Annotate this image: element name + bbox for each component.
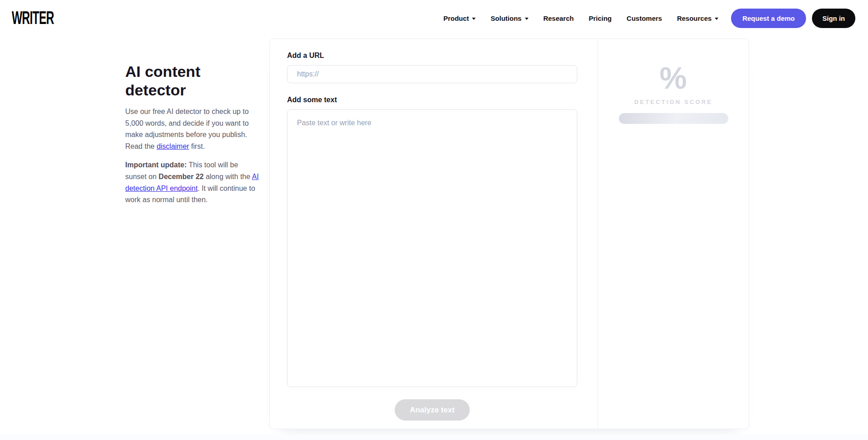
update-text: along with the bbox=[203, 173, 252, 180]
writer-logo[interactable]: WRITER bbox=[12, 7, 54, 29]
nav-item-resources[interactable]: Resources bbox=[677, 14, 718, 22]
description-text: first. bbox=[189, 142, 205, 150]
detection-score-panel: % DETECTION SCORE bbox=[598, 39, 749, 429]
nav-item-research[interactable]: Research bbox=[543, 14, 574, 22]
nav-item-product[interactable]: Product bbox=[443, 14, 476, 22]
request-demo-button[interactable]: Request a demo bbox=[731, 9, 806, 28]
analyze-text-button[interactable]: Analyze text bbox=[395, 399, 469, 421]
percent-symbol: % bbox=[660, 61, 687, 95]
header: WRITER Product Solutions Research Pricin… bbox=[0, 0, 868, 36]
text-field-label: Add some text bbox=[287, 96, 577, 104]
text-input[interactable] bbox=[287, 109, 577, 387]
analyze-row: Analyze text bbox=[287, 389, 577, 421]
nav-item-customers[interactable]: Customers bbox=[627, 14, 662, 22]
update-bold-text: Important update: bbox=[125, 161, 187, 169]
header-buttons: Request a demo Sign in bbox=[731, 9, 855, 28]
page-bottom-strip bbox=[0, 435, 868, 440]
nav-item-label: Resources bbox=[677, 14, 712, 22]
detector-form: Add a URL Add some text Analyze text bbox=[270, 39, 598, 429]
intro-column: AI content detector Use our free AI dete… bbox=[125, 62, 259, 213]
chevron-down-icon bbox=[472, 18, 476, 20]
sign-in-button[interactable]: Sign in bbox=[812, 9, 855, 28]
page: WRITER Product Solutions Research Pricin… bbox=[0, 0, 868, 440]
nav-item-label: Solutions bbox=[491, 14, 521, 22]
important-update-note: Important update: This tool will be suns… bbox=[125, 159, 259, 205]
disclaimer-link[interactable]: disclaimer bbox=[156, 142, 189, 150]
chevron-down-icon bbox=[525, 18, 528, 20]
update-bold-date: December 22 bbox=[159, 173, 204, 180]
nav-item-label: Pricing bbox=[589, 14, 612, 22]
nav-item-label: Customers bbox=[627, 14, 662, 22]
nav-item-solutions[interactable]: Solutions bbox=[491, 14, 528, 22]
score-progress-placeholder bbox=[619, 113, 728, 124]
page-title: AI content detector bbox=[125, 62, 259, 99]
url-field-label: Add a URL bbox=[287, 52, 577, 60]
main-nav: Product Solutions Research Pricing Custo… bbox=[443, 14, 718, 22]
nav-item-label: Product bbox=[443, 14, 469, 22]
detector-card: Add a URL Add some text Analyze text % D… bbox=[269, 38, 749, 429]
nav-item-pricing[interactable]: Pricing bbox=[589, 14, 612, 22]
chevron-down-icon bbox=[715, 18, 718, 20]
url-input[interactable] bbox=[287, 65, 577, 83]
nav-item-label: Research bbox=[543, 14, 574, 22]
intro-description: Use our free AI detector to check up to … bbox=[125, 106, 259, 152]
detection-score-label: DETECTION SCORE bbox=[634, 99, 712, 105]
